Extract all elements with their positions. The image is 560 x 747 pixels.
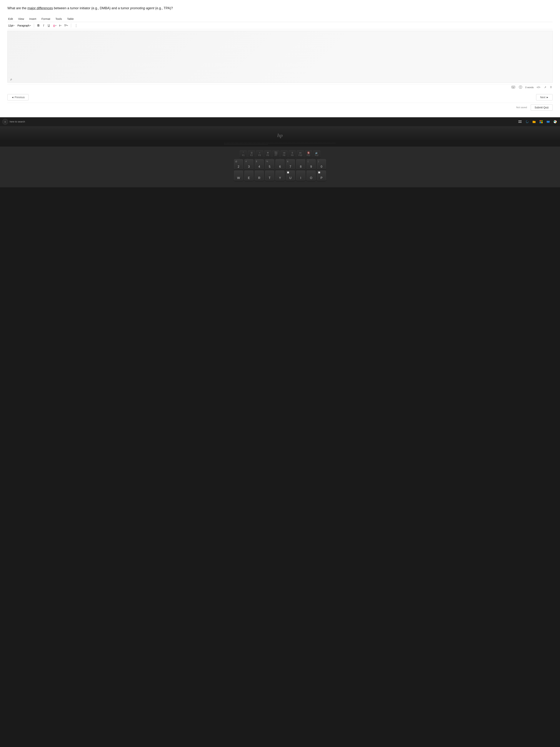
font-color-dropdown[interactable]: A ▾ xyxy=(52,24,57,27)
key-7-label: 7 xyxy=(290,165,291,169)
key-9[interactable]: ( 9 xyxy=(306,159,316,169)
menu-table[interactable]: Table xyxy=(66,17,75,21)
grille-dot xyxy=(332,143,332,144)
grille-dot xyxy=(292,143,292,144)
store-icon[interactable] xyxy=(538,119,544,124)
grille-dot xyxy=(230,144,230,145)
editor-content-area[interactable]: p xyxy=(7,31,553,83)
taskbar-icons-group xyxy=(517,119,558,124)
svg-rect-13 xyxy=(520,121,522,121)
key-f1[interactable]: ⌃ F1 xyxy=(240,150,247,158)
edge-icon[interactable] xyxy=(525,119,530,124)
grille-dot xyxy=(270,143,270,144)
more-options-button[interactable]: ⋮ xyxy=(73,23,79,28)
grille-dot xyxy=(241,144,242,145)
bold-button[interactable]: B xyxy=(36,24,41,28)
key-w[interactable]: W xyxy=(234,171,243,181)
grid-dots-button[interactable]: ⠿ xyxy=(549,85,553,89)
key-p[interactable]: ⬜ P xyxy=(317,171,326,181)
grille-dot xyxy=(305,143,305,144)
key-0[interactable]: ) 0 xyxy=(317,159,326,169)
grille-dot xyxy=(314,143,315,144)
key-u[interactable]: ⬜ U xyxy=(286,171,295,181)
key-f8[interactable]: ⏮ F8 xyxy=(281,150,288,158)
key-f2[interactable]: 🖥 F2 xyxy=(248,150,255,158)
key-f12-vol[interactable]: 🔉 F12 xyxy=(313,150,320,158)
key-6-label: 6 xyxy=(279,165,281,169)
key-2[interactable]: @ 2 xyxy=(234,159,243,169)
key-f3[interactable]: + F3 xyxy=(256,150,263,158)
grille-dot xyxy=(256,144,256,145)
f9-label: F9 xyxy=(291,154,294,156)
key-7[interactable]: & 7 xyxy=(286,159,295,169)
taskview-icon[interactable] xyxy=(517,119,523,124)
key-f5[interactable]: ✱ F5 xyxy=(264,150,271,158)
key-5[interactable]: % 5 xyxy=(265,159,274,169)
keyboard-number-row: @ 2 # 3 $ 4 % 5 6 & 7 8 ( 9 xyxy=(5,159,555,169)
italic-button[interactable]: I xyxy=(42,24,45,28)
grille-dot xyxy=(243,144,243,145)
grille-dot xyxy=(248,143,248,144)
key-i-label: I xyxy=(300,176,301,180)
f8-label: F8 xyxy=(283,154,285,156)
speaker-grille: // Generate grille dots inline document.… xyxy=(0,141,560,147)
taskbar-search-text[interactable]: here to search xyxy=(10,120,25,123)
font-size-dropdown[interactable]: 12pt ▾ xyxy=(7,24,15,27)
grille-dot xyxy=(231,144,232,145)
f12-icon: 🔉 xyxy=(315,151,318,154)
f2-icon: 🖥 xyxy=(250,151,253,154)
grille-dot xyxy=(268,143,269,144)
explorer-icon[interactable] xyxy=(532,119,537,124)
next-button[interactable]: Next ► xyxy=(536,94,553,100)
email-icon[interactable] xyxy=(545,119,551,124)
key-4[interactable]: $ 4 xyxy=(255,159,264,169)
key-3[interactable]: # 3 xyxy=(244,159,254,169)
key-f11-mute[interactable]: 🔇 F11 xyxy=(305,150,312,158)
key-f9[interactable]: ⏸ F9 xyxy=(289,150,296,158)
f8-icon: ⏮ xyxy=(283,151,285,154)
keyboard-toggle-button[interactable] xyxy=(511,85,516,89)
key-f10[interactable]: ⏭ F10 xyxy=(297,150,304,158)
menu-view[interactable]: View xyxy=(18,17,25,21)
menu-insert[interactable]: Insert xyxy=(28,17,37,21)
menu-format[interactable]: Format xyxy=(41,17,51,21)
svg-rect-15 xyxy=(520,122,522,123)
code-tag-button[interactable]: </> xyxy=(536,85,541,89)
keyboard-section: ⌃ F1 🖥 F2 + F3 ✱ F5 ⬛ F7 ⏮ F8 ⏸ F9 ⏭ F1 xyxy=(0,147,560,187)
submit-quiz-button[interactable]: Submit Quiz xyxy=(531,104,553,111)
key-o[interactable]: O xyxy=(306,171,316,181)
grille-dot xyxy=(300,143,300,144)
key-f7[interactable]: ⬛ F7 xyxy=(272,150,279,158)
grille-dot xyxy=(240,143,241,144)
paragraph-dropdown[interactable]: Paragraph ▾ xyxy=(17,24,31,27)
key-e[interactable]: E xyxy=(244,171,254,181)
paragraph-marker: p xyxy=(10,78,12,81)
grille-dot xyxy=(277,143,278,144)
menu-tools[interactable]: Tools xyxy=(55,17,62,21)
chrome-icon[interactable] xyxy=(553,119,558,124)
accessibility-button[interactable] xyxy=(518,85,523,90)
laptop-body: hp xyxy=(0,126,560,141)
grille-dot xyxy=(293,143,294,144)
grille-dot xyxy=(262,144,263,145)
grille-dot xyxy=(230,143,230,144)
highlight-dropdown[interactable]: ℓ ▾ xyxy=(58,24,62,27)
windows-search-circle[interactable]: ○ xyxy=(2,119,8,125)
grille-dot xyxy=(266,144,266,145)
status-bar: Not saved Submit Quiz xyxy=(7,103,553,113)
previous-button[interactable]: ◄ Previous xyxy=(7,94,28,100)
key-t[interactable]: T xyxy=(265,171,274,181)
underline-button[interactable]: U xyxy=(47,24,51,28)
key-i[interactable]: I xyxy=(296,171,305,181)
key-p-label: P xyxy=(321,176,323,180)
expand-button[interactable]: ↗ xyxy=(543,85,547,89)
key-6[interactable]: 6 xyxy=(275,159,285,169)
grille-dot xyxy=(275,143,275,144)
key-8[interactable]: 8 xyxy=(296,159,305,169)
superscript-dropdown[interactable]: T² ▾ xyxy=(63,24,69,27)
key-r[interactable]: R xyxy=(255,171,264,181)
menu-edit[interactable]: Edit xyxy=(7,17,14,21)
grille-dot xyxy=(265,143,265,144)
key-y[interactable]: Y xyxy=(275,171,285,181)
key-4-label: 4 xyxy=(259,165,260,169)
